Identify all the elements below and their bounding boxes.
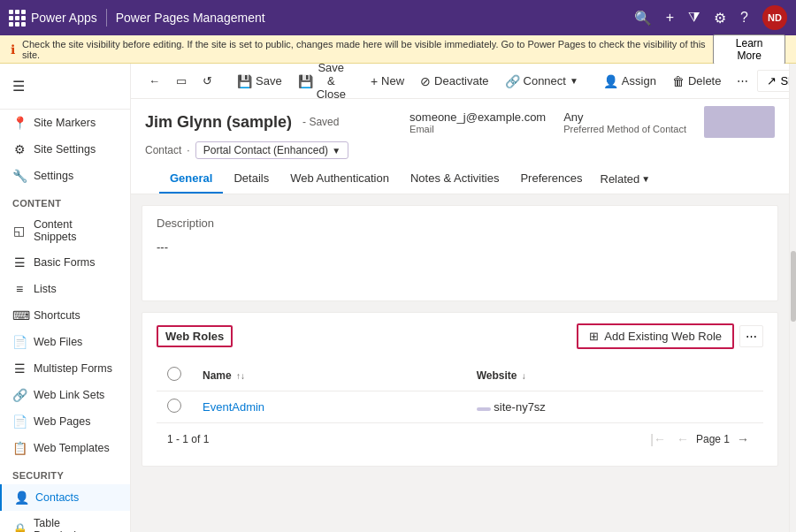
col-name-header[interactable]: Name ↑↓ (192, 360, 466, 391)
more-button[interactable]: ⋯ (730, 71, 755, 91)
deactivate-button[interactable]: ⊘ Deactivate (413, 71, 495, 92)
sidebar-item-settings[interactable]: 🔧 Settings (0, 163, 130, 189)
tab-web-auth[interactable]: Web Authentication (279, 164, 400, 194)
sidebar-item-label: Multistep Forms (34, 362, 112, 375)
sidebar-top: ☰ (0, 64, 130, 110)
description-value: --- (157, 237, 763, 290)
filter-icon[interactable]: ⧩ (688, 10, 700, 26)
sidebar-item-site-settings[interactable]: ⚙ Site Settings (0, 136, 130, 163)
sidebar-item-label: Settings (34, 170, 73, 182)
record-type-name: Portal Contact (Enhanced) (203, 144, 328, 156)
prev-page-button[interactable]: ← (673, 430, 693, 448)
col-name-label: Name (203, 369, 232, 382)
main-panel: ← ▭ ↺ 💾 Save 💾 Save & Close + New (131, 64, 789, 532)
web-files-icon: 📄 (12, 335, 27, 349)
content-area: Description --- Web Roles ⊞ Add Existing… (131, 194, 789, 532)
sidebar-item-multistep-forms[interactable]: ☰ Multistep Forms (0, 355, 130, 382)
add-webrole-button[interactable]: ⊞ Add Existing Web Role (577, 323, 734, 349)
col-website-header[interactable]: Website ↓ (466, 360, 763, 391)
deactivate-label: Deactivate (434, 74, 488, 87)
tab-preferences[interactable]: Preferences (509, 164, 593, 194)
hamburger-icon[interactable]: ☰ (0, 71, 130, 102)
new-icon: + (371, 74, 378, 88)
sidebar-item-site-markers[interactable]: 📍 Site Markers (0, 110, 130, 136)
refresh-icon: ↺ (203, 74, 212, 87)
sidebar-item-web-pages[interactable]: 📄 Web Pages (0, 408, 130, 435)
sidebar-item-lists[interactable]: ≡ Lists (0, 276, 130, 302)
lists-icon: ≡ (12, 282, 27, 296)
tab-preferences-label: Preferences (520, 171, 582, 185)
basic-forms-icon: ☰ (12, 255, 27, 270)
more-icon: ⋯ (737, 74, 748, 87)
next-page-button[interactable]: → (733, 430, 753, 448)
add-icon[interactable]: + (666, 10, 674, 26)
record-type-badge[interactable]: Portal Contact (Enhanced) ▼ (195, 141, 348, 159)
sidebar-item-label: Content Snippets (34, 218, 118, 243)
tab-related[interactable]: Related ▼ (593, 164, 658, 194)
top-bar: Power Apps Power Pages Management 🔍 + ⧩ … (0, 0, 796, 35)
tab-web-auth-label: Web Authentication (290, 171, 389, 185)
learn-more-button[interactable]: Learn More (713, 34, 785, 65)
sidebar-item-label: Web Link Sets (34, 389, 104, 401)
tab-general[interactable]: General (159, 164, 223, 194)
share-button[interactable]: ↗ Share ▼ (757, 70, 789, 92)
table-header: Name ↑↓ Website ↓ (157, 360, 763, 391)
help-icon[interactable]: ? (740, 10, 748, 26)
sidebar-item-table-permissions[interactable]: 🔒 Table Permissions (0, 511, 130, 532)
row-check-cell (157, 391, 192, 423)
row-website-cell: site-ny7sz (466, 391, 763, 423)
tab-details[interactable]: Details (223, 164, 279, 194)
info-icon: ℹ (11, 42, 15, 57)
view-button[interactable]: ▭ (169, 71, 194, 91)
record-saved-label: - Saved (302, 116, 339, 128)
save-button[interactable]: 💾 Save (230, 71, 289, 92)
record-type-dropdown-icon: ▼ (332, 146, 341, 156)
page-label: Page 1 (696, 433, 730, 445)
sidebar-item-contacts[interactable]: 👤 Contacts (0, 484, 130, 511)
sidebar-item-basic-forms[interactable]: ☰ Basic Forms (0, 249, 130, 276)
new-button[interactable]: + New (364, 71, 411, 92)
refresh-button[interactable]: ↺ (195, 71, 219, 91)
view-icon: ▭ (176, 74, 187, 87)
add-webrole-icon: ⊞ (589, 330, 599, 343)
web-templates-icon: 📋 (12, 441, 27, 455)
settings-icon[interactable]: ⚙ (714, 10, 726, 27)
info-bar: ℹ Check the site visibility before editi… (0, 35, 796, 64)
sidebar-item-web-files[interactable]: 📄 Web Files (0, 329, 130, 355)
layout: ☰ 📍 Site Markers ⚙ Site Settings 🔧 Setti… (0, 64, 796, 532)
connect-button[interactable]: 🔗 Connect ▼ (498, 71, 586, 92)
web-pages-icon: 📄 (12, 414, 27, 429)
contacts-icon: 👤 (14, 490, 28, 505)
delete-button[interactable]: 🗑 Delete (665, 71, 729, 92)
sidebar-item-label: Shortcuts (34, 309, 80, 322)
sidebar-item-label: Basic Forms (34, 256, 95, 269)
first-page-button[interactable]: |← (647, 430, 670, 448)
save-label: Save (256, 74, 282, 87)
webroles-more-button[interactable]: ⋯ (739, 325, 763, 347)
sidebar-item-label: Web Templates (34, 442, 110, 454)
site-badge (477, 407, 491, 411)
row-radio[interactable] (167, 399, 181, 413)
sidebar-item-web-templates[interactable]: 📋 Web Templates (0, 435, 130, 461)
app-grid-icon[interactable] (9, 10, 31, 27)
avatar[interactable]: ND (762, 5, 787, 30)
web-link-sets-icon: 🔗 (12, 388, 27, 402)
sidebar-item-shortcuts[interactable]: ⌨ Shortcuts (0, 302, 130, 329)
tab-related-dropdown: ▼ (641, 174, 650, 184)
col-website-sort: ↓ (522, 371, 526, 381)
back-button[interactable]: ← (142, 71, 167, 91)
row-name-link[interactable]: EventAdmin (203, 400, 264, 414)
sidebar-item-web-link-sets[interactable]: 🔗 Web Link Sets (0, 382, 130, 408)
scroll-thumb[interactable] (791, 251, 796, 322)
app-name: Power Apps (31, 11, 97, 25)
record-type-row: Contact · Portal Contact (Enhanced) ▼ (145, 141, 775, 159)
header-radio[interactable] (167, 367, 181, 381)
search-icon[interactable]: 🔍 (634, 10, 652, 27)
share-label: Share (780, 74, 789, 87)
assign-button[interactable]: 👤 Assign (596, 71, 663, 92)
content-snippets-icon: ◱ (12, 224, 27, 238)
webroles-actions: ⊞ Add Existing Web Role ⋯ (577, 323, 763, 349)
tab-notes[interactable]: Notes & Activities (400, 164, 509, 194)
col-website-label: Website (477, 369, 517, 382)
sidebar-item-content-snippets[interactable]: ◱ Content Snippets (0, 212, 130, 249)
